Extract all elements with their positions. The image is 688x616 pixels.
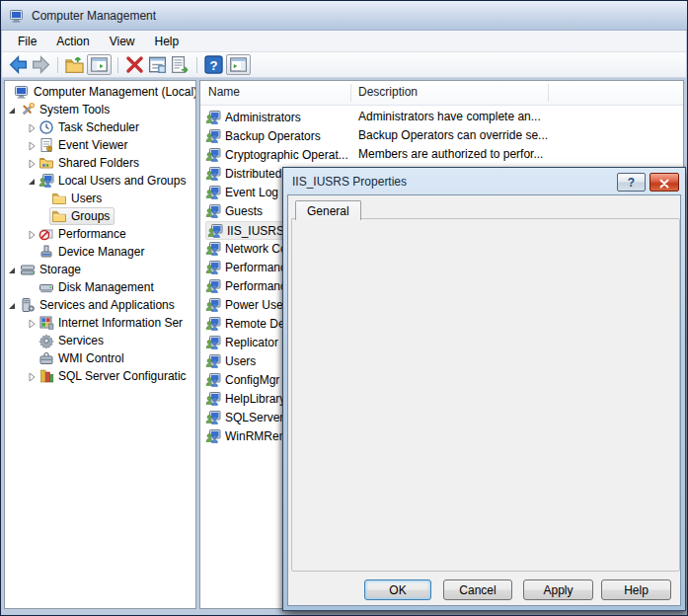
- tree-item-shared-folders[interactable]: Shared Folders: [5, 154, 195, 172]
- tree-item-sql-server-configuratic[interactable]: SQL Server Configuratic: [5, 367, 195, 385]
- tree-item-event-viewer[interactable]: Event Viewer: [5, 136, 195, 154]
- console-tree-panel: Computer Management (Local)System ToolsT…: [4, 80, 196, 609]
- toolbar-separator: [57, 57, 58, 73]
- list-row-name-cell: Users: [205, 351, 256, 370]
- folder-icon: [51, 191, 67, 206]
- group-name: Users: [225, 354, 256, 368]
- iis-icon: [38, 315, 54, 331]
- tree-item-label: Shared Folders: [58, 156, 139, 170]
- tree-item-label: Users: [71, 192, 102, 205]
- tree-item-internet-information-ser[interactable]: Internet Information Ser: [5, 314, 195, 332]
- group-description: Members are authorized to perfor...: [358, 145, 543, 164]
- tree-item-label: Event Viewer: [58, 138, 127, 152]
- tree-item-label: Disk Management: [58, 280, 154, 294]
- console-tree-icon[interactable]: [87, 54, 112, 75]
- close-icon[interactable]: [650, 173, 679, 192]
- menu-file[interactable]: File: [8, 32, 46, 51]
- tree-item-computer-management-local-[interactable]: Computer Management (Local): [5, 83, 195, 101]
- group-icon: [205, 128, 221, 144]
- collapsed-arrow-icon[interactable]: [27, 371, 37, 381]
- list-row-administrators[interactable]: AdministratorsAdministrators have comple…: [200, 108, 683, 126]
- toolbar-separator: [117, 57, 118, 73]
- menu-bar: FileActionViewHelp: [2, 31, 686, 52]
- column-separator[interactable]: [350, 84, 351, 102]
- gear-icon: [38, 333, 54, 348]
- help-icon[interactable]: ?: [203, 54, 224, 75]
- group-icon: [205, 316, 221, 332]
- folder-icon: [51, 208, 67, 224]
- column-header-description[interactable]: Description: [358, 85, 418, 99]
- group-name: Backup Operators: [225, 129, 321, 143]
- export-list-icon[interactable]: [170, 54, 191, 75]
- list-row-cryptographic-operat-[interactable]: Cryptographic Operat...Members are autho…: [200, 145, 683, 164]
- tree-item-services[interactable]: Services: [5, 332, 195, 349]
- group-icon: [205, 185, 221, 200]
- device-manager-icon: [38, 244, 54, 260]
- tree-item-content: Event Viewer: [38, 136, 127, 154]
- up-folder-icon[interactable]: [64, 54, 85, 75]
- tree-item-label: SQL Server Configuratic: [58, 369, 187, 383]
- tree-item-storage[interactable]: Storage: [5, 261, 195, 278]
- disk-icon: [38, 279, 54, 295]
- tree-item-groups[interactable]: Groups: [5, 207, 195, 225]
- group-name: IIS_IUSRS: [227, 224, 284, 238]
- expanded-arrow-icon[interactable]: [7, 265, 17, 274]
- group-icon: [205, 203, 221, 219]
- action-pane-icon[interactable]: [226, 54, 251, 75]
- collapsed-arrow-icon[interactable]: [27, 122, 37, 132]
- menu-help[interactable]: Help: [145, 32, 190, 51]
- tree-item-label: Internet Information Ser: [58, 316, 183, 330]
- tree-item-content: Device Manager: [38, 243, 144, 261]
- back-icon[interactable]: [8, 54, 29, 75]
- group-icon: [207, 223, 223, 239]
- column-separator[interactable]: [548, 84, 549, 102]
- wmi-icon: [38, 350, 54, 366]
- tree-item-content: Local Users and Groups: [38, 172, 186, 190]
- window-icon: [9, 8, 25, 24]
- collapsed-arrow-icon[interactable]: [27, 229, 37, 239]
- tab-general[interactable]: General: [295, 200, 361, 220]
- group-icon: [205, 110, 221, 125]
- storage-icon: [20, 262, 36, 277]
- group-icon: [205, 278, 221, 294]
- tree-item-device-manager[interactable]: Device Manager: [5, 243, 195, 261]
- tree-item-system-tools[interactable]: System Tools: [5, 101, 195, 118]
- tree-item-local-users-and-groups[interactable]: Local Users and Groups: [5, 172, 195, 190]
- help-button[interactable]: Help: [601, 579, 671, 600]
- expanded-arrow-icon[interactable]: [7, 300, 17, 310]
- group-description: Administrators have complete an...: [358, 108, 541, 126]
- tree-item-content: Performance: [38, 225, 126, 243]
- tree-item-users[interactable]: Users: [5, 190, 195, 207]
- ok-button[interactable]: OK: [364, 579, 431, 600]
- tree-item-label: WMI Control: [58, 351, 124, 365]
- tree-item-wmi-control[interactable]: WMI Control: [5, 349, 195, 367]
- collapsed-arrow-icon[interactable]: [27, 158, 37, 168]
- tree-item-services-and-applications[interactable]: Services and Applications: [5, 296, 195, 314]
- tree-item-label: Performance: [58, 227, 126, 241]
- tree-item-performance[interactable]: Performance: [5, 225, 195, 243]
- column-header-name[interactable]: Name: [208, 85, 240, 99]
- menu-action[interactable]: Action: [46, 32, 99, 51]
- properties-icon[interactable]: [147, 54, 168, 75]
- collapsed-arrow-icon[interactable]: [27, 318, 37, 328]
- expanded-arrow-icon[interactable]: [7, 105, 17, 115]
- cancel-button[interactable]: Cancel: [443, 579, 512, 600]
- expanded-arrow-icon[interactable]: [27, 176, 37, 186]
- dialog-title: IIS_IUSRS Properties: [292, 175, 407, 189]
- tree-item-disk-management[interactable]: Disk Management: [5, 278, 195, 296]
- forward-icon[interactable]: [31, 54, 51, 75]
- apply-button[interactable]: Apply: [523, 579, 593, 600]
- menu-view[interactable]: View: [100, 32, 145, 51]
- tree-item-label: System Tools: [39, 103, 110, 116]
- collapsed-arrow-icon[interactable]: [27, 140, 37, 150]
- tree-item-task-scheduler[interactable]: Task Scheduler: [5, 118, 195, 136]
- tree-item-content: Groups: [49, 207, 115, 225]
- shared-folders-icon: [38, 155, 54, 171]
- tools-icon: [20, 102, 36, 117]
- group-icon: [205, 353, 221, 369]
- dialog-help-button[interactable]: ?: [617, 173, 646, 192]
- list-row-name-cell: Backup Operators: [205, 126, 321, 145]
- delete-icon[interactable]: [124, 54, 145, 75]
- group-icon: [205, 335, 221, 350]
- list-row-backup-operators[interactable]: Backup OperatorsBackup Operators can ove…: [200, 126, 683, 145]
